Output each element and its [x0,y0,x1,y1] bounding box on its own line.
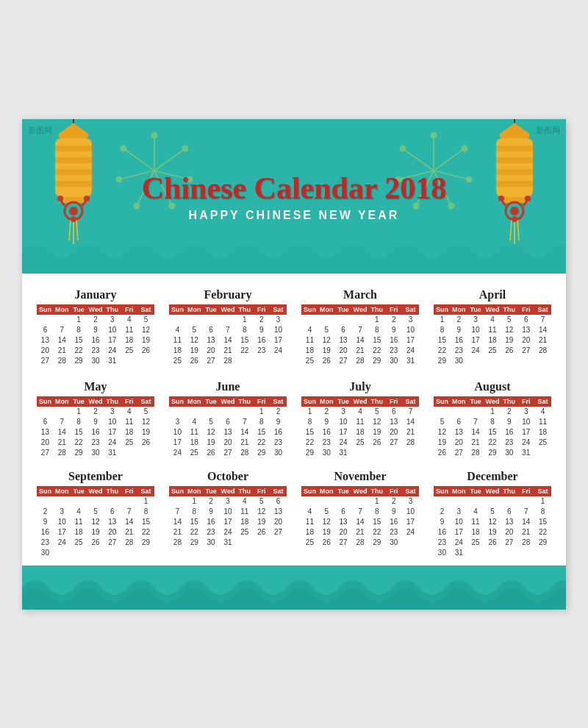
day-cell: 19 [434,438,451,448]
day-cell: 18 [301,346,318,356]
day-cell: 4 [169,325,186,335]
day-cell: 14 [534,325,551,335]
day-cell: 8 [368,325,385,335]
day-header-cell: Sun [169,486,186,496]
day-cell: 11 [236,507,253,517]
day-cell [137,356,154,366]
day-cell: 6 [501,507,517,517]
day-cell: 3 [335,407,352,417]
day-cell: 20 [501,527,517,538]
svg-point-42 [84,196,90,201]
day-header-cell: Fri [253,486,270,496]
day-cell: 4 [236,496,253,507]
day-cell: 7 [467,417,484,427]
day-cell: 9 [385,325,402,335]
day-cell: 11 [186,427,203,438]
day-cell: 17 [335,427,352,438]
day-header-cell: Mon [318,486,335,496]
day-cell: 7 [517,507,534,517]
day-cell: 26 [253,527,270,538]
day-cell: 20 [220,438,237,448]
day-cell: 29 [137,538,154,548]
day-cell: 17 [270,335,287,346]
day-cell: 7 [352,325,369,335]
day-cell: 8 [368,507,385,517]
day-cell: 23 [253,346,270,356]
day-cell: 2 [318,407,335,417]
day-header-cell: Wed [352,486,369,496]
day-cell: 6 [203,325,220,335]
day-header-cell: Fri [517,486,534,496]
day-cell: 18 [121,427,137,438]
day-header-cell: Sun [434,396,451,407]
day-cell: 3 [169,417,186,427]
day-header-row: SunMonTueWedThuFriSat [434,486,551,496]
day-cell: 20 [517,335,534,346]
month-block: AprilSunMonTueWedThuFriSat12345678910111… [434,288,551,368]
day-cell: 28 [220,356,237,366]
day-cell: 1 [236,315,253,325]
svg-point-13 [121,146,126,151]
day-cell: 5 [368,407,385,417]
month-name: October [169,470,287,483]
day-cell [517,496,534,507]
day-cell: 27 [385,438,402,448]
day-cell: 21 [54,346,71,356]
month-block: MarchSunMonTueWedThuFriSat12345678910111… [301,288,419,368]
day-cell: 9 [87,325,104,335]
day-cell [484,356,501,366]
day-cell: 19 [318,527,335,538]
day-cell: 23 [501,438,517,448]
month-name: February [169,288,287,301]
day-cell: 26 [186,356,203,366]
day-cell: 17 [54,527,71,538]
day-header-cell: Wed [484,396,501,407]
month-block: NovemberSunMonTueWedThuFriSat12345678910… [301,470,419,558]
header-subtitle: HAPPY CHINESE NEW YEAR [189,209,400,222]
month-block: OctoberSunMonTueWedThuFriSat123456789101… [169,470,287,558]
day-cell: 16 [385,517,402,527]
day-cell: 3 [402,496,419,507]
day-cell [253,356,270,366]
day-cell: 12 [203,427,220,438]
day-cell [220,315,237,325]
day-cell: 25 [484,346,501,356]
day-header-row: SunMonTueWedThuFriSat [37,304,154,315]
day-header-cell: Mon [54,486,71,496]
day-cell: 24 [517,438,534,448]
svg-point-8 [182,146,187,151]
day-cell: 24 [402,346,419,356]
day-header-row: SunMonTueWedThuFriSat [301,486,419,496]
day-cell [121,496,137,507]
day-header-cell: Sat [402,396,419,407]
day-cell: 9 [87,417,104,427]
day-cell: 1 [253,407,270,417]
svg-point-57 [510,207,519,215]
day-grid: 1234567891011121314151617181920212223242… [301,496,419,548]
day-cell [352,496,369,507]
day-cell: 25 [301,538,318,548]
day-cell: 29 [301,448,318,458]
day-cell [87,496,104,507]
svg-marker-30 [59,123,88,134]
day-cell: 11 [534,417,551,427]
svg-point-46 [71,216,76,222]
day-cell: 5 [318,507,335,517]
day-header-cell: Sat [137,486,154,496]
svg-point-21 [431,132,436,138]
day-grid: 1234567891011121314151617181920212223242… [434,407,551,458]
month-name: January [37,288,154,301]
day-cell: 28 [54,448,71,458]
day-cell: 3 [104,315,121,325]
calendar-wrapper: 新图网 新图网 [22,119,566,610]
day-cell: 30 [385,538,402,548]
day-cell: 10 [270,325,287,335]
day-cell: 9 [385,507,402,517]
day-cell: 24 [104,346,121,356]
day-cell: 25 [121,438,137,448]
day-cell: 16 [434,527,451,538]
day-cell: 2 [87,315,104,325]
day-header-cell: Fri [253,396,270,407]
day-cell [54,496,71,507]
day-cell: 30 [434,548,451,558]
